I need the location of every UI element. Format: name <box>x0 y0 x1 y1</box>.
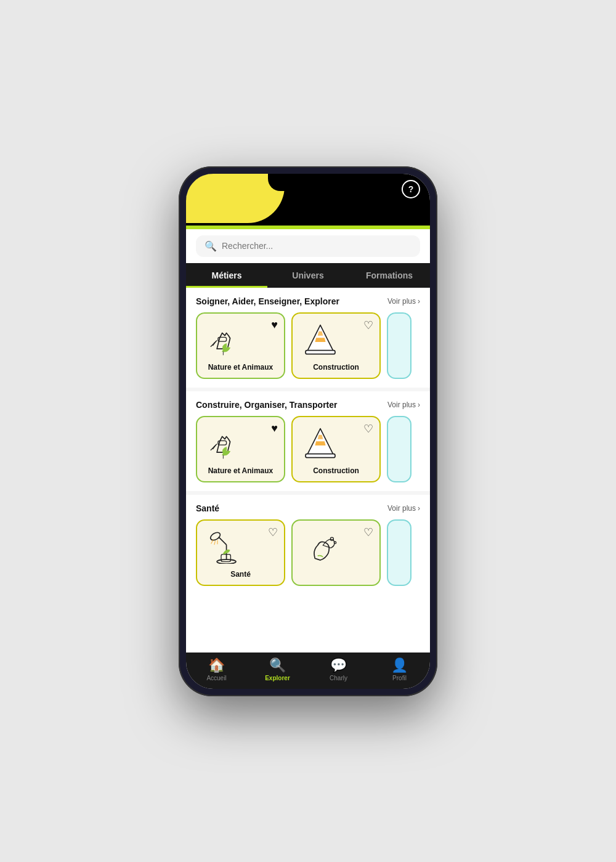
section-title-1: Soigner, Aider, Enseigner, Explorer <box>196 296 339 306</box>
card-label-lamp: Santé <box>203 570 278 579</box>
voir-plus-1[interactable]: Voir plus › <box>387 297 420 306</box>
card-label-nature1: Nature et Animaux <box>203 363 278 372</box>
section-header-1: Soigner, Aider, Enseigner, Explorer Voir… <box>196 296 420 306</box>
help-button[interactable]: ? <box>402 180 420 198</box>
section-title-2: Construire, Organiser, Transporter <box>196 400 338 410</box>
tab-univers[interactable]: Univers <box>267 263 349 288</box>
explorer-icon: 🔍 <box>269 657 286 673</box>
phone-device: ? 🔍 Métiers Univers Formations <box>179 166 437 696</box>
svg-point-23 <box>334 542 336 543</box>
nav-explorer[interactable]: 🔍 Explorer <box>247 657 308 681</box>
lamp-image <box>203 527 246 564</box>
card-label-nature2: Nature et Animaux <box>203 466 278 475</box>
section-header-3: Santé Voir plus › <box>196 503 420 513</box>
svg-point-17 <box>209 531 222 541</box>
section-soigner: Soigner, Aider, Enseigner, Explorer Voir… <box>186 288 430 388</box>
notch <box>268 174 348 191</box>
card-label-const1: Construction <box>299 363 373 372</box>
cone-image-2 <box>299 423 342 460</box>
charly-icon: 💬 <box>330 657 347 673</box>
nav-label-explorer: Explorer <box>265 675 290 681</box>
top-bar: ? <box>186 174 430 229</box>
section-sante: Santé Voir plus › ♡ <box>186 495 430 595</box>
heart-icon-nature1[interactable]: ♥ <box>271 319 278 331</box>
search-icon: 🔍 <box>205 240 217 252</box>
nav-accueil[interactable]: 🏠 Accueil <box>186 657 247 681</box>
section-construire: Construire, Organiser, Transporter Voir … <box>186 391 430 491</box>
nav-charly[interactable]: 💬 Charly <box>308 657 369 681</box>
nav-label-profil: Profil <box>392 675 407 681</box>
home-icon: 🏠 <box>208 657 225 673</box>
card-nature-1[interactable]: ♥ <box>196 312 285 379</box>
card-partial-2 <box>387 416 411 482</box>
heart-icon-lamp[interactable]: ♡ <box>268 526 278 539</box>
search-bar: 🔍 <box>196 235 420 257</box>
bottom-nav: 🏠 Accueil 🔍 Explorer 💬 Charly 👤 Profil <box>186 653 430 689</box>
svg-line-16 <box>219 537 227 545</box>
section-title-3: Santé <box>196 503 219 513</box>
card-nature-2[interactable]: ♥ <box>196 416 285 482</box>
svg-line-10 <box>211 445 215 450</box>
search-container: 🔍 <box>186 229 430 263</box>
green-stripe <box>186 226 430 229</box>
nature-image-1 <box>203 320 246 357</box>
tab-bar: Métiers Univers Formations <box>186 263 430 288</box>
cards-row-1: ♥ <box>196 312 420 385</box>
tab-metiers[interactable]: Métiers <box>186 263 267 288</box>
nav-label-accueil: Accueil <box>206 675 226 681</box>
card-construction-1[interactable]: ♡ <box>291 312 381 379</box>
heart-icon-const2[interactable]: ♡ <box>363 422 373 436</box>
cards-row-3: ♡ <box>196 519 420 592</box>
heart-icon-plant[interactable]: ♡ <box>363 526 373 539</box>
main-content: Soigner, Aider, Enseigner, Explorer Voir… <box>186 288 430 653</box>
nav-label-charly: Charly <box>330 675 347 681</box>
voir-plus-3[interactable]: Voir plus › <box>387 504 420 513</box>
phone-screen: ? 🔍 Métiers Univers Formations <box>186 174 430 689</box>
heart-icon-const1[interactable]: ♡ <box>363 319 373 332</box>
svg-line-3 <box>211 342 215 346</box>
card-construction-2[interactable]: ♡ Construction <box>291 416 381 482</box>
search-input[interactable] <box>222 241 411 251</box>
tab-formations[interactable]: Formations <box>349 263 430 288</box>
heart-icon-nature2[interactable]: ♥ <box>271 422 278 435</box>
svg-rect-13 <box>306 453 335 457</box>
plant-image <box>299 527 342 564</box>
nature-image-2 <box>203 423 246 460</box>
card-partial-1 <box>387 312 411 379</box>
card-partial-3 <box>387 519 411 586</box>
cone-image-1 <box>299 320 342 357</box>
section-header-2: Construire, Organiser, Transporter Voir … <box>196 400 420 410</box>
profil-icon: 👤 <box>391 657 408 673</box>
card-plant[interactable]: ♡ <box>291 519 381 586</box>
cards-row-2: ♥ <box>196 416 420 489</box>
nav-profil[interactable]: 👤 Profil <box>369 657 430 681</box>
svg-line-19 <box>214 540 216 545</box>
card-lamp[interactable]: ♡ <box>196 519 285 586</box>
voir-plus-2[interactable]: Voir plus › <box>387 401 420 409</box>
svg-rect-6 <box>306 350 335 354</box>
card-label-const2: Construction <box>299 466 373 475</box>
